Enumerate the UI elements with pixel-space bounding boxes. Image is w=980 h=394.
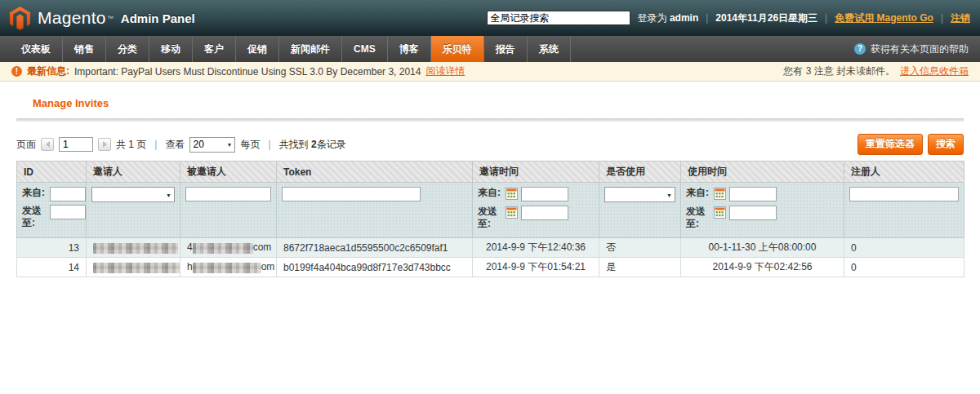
column-header-invited-time[interactable]: 邀请时间	[473, 162, 599, 183]
filter-inviter-select-wrap	[91, 187, 175, 202]
calendar-icon[interactable]	[714, 188, 726, 202]
admin-panel-label: Admin Panel	[121, 11, 195, 25]
go-to-inbox-link[interactable]: 进入信息收件箱	[900, 64, 969, 78]
page-number-input[interactable]	[59, 137, 93, 152]
previous-arrow-icon	[42, 141, 50, 148]
from-label: 来自:	[22, 187, 47, 199]
logged-in-as: 登录为 admin	[638, 11, 699, 25]
search-button[interactable]: 搜索	[928, 134, 964, 155]
separator: |	[825, 12, 827, 24]
filter-cell-used-time: 来自: 发送至:	[681, 183, 844, 238]
notice-message-text: Important: PayPal Users Must Discontinue…	[74, 66, 421, 77]
nav-item-promotions[interactable]: 促销	[236, 36, 279, 62]
cell-invited-time: 2014-9-9 下午12:40:36	[473, 238, 599, 258]
filter-used-select[interactable]	[604, 187, 675, 202]
filter-used-to-input[interactable]	[729, 206, 777, 220]
magento-logo-icon	[10, 7, 30, 30]
records-found-text: 共找到 2条记录	[279, 138, 346, 152]
cell-id: 14	[17, 258, 87, 277]
invitee-suffix: om	[261, 261, 275, 272]
filter-cell-registrant	[844, 183, 964, 238]
filter-registrant-input[interactable]	[849, 187, 959, 201]
invites-grid: ID 邀请人 被邀请人 Token 邀请时间 是否使用 使用时间 注册人 来自:…	[16, 161, 964, 277]
page-help-link[interactable]: ? 获得有关本页面的帮助	[854, 36, 980, 62]
cell-used: 是	[599, 258, 681, 277]
nav-item-lebeite-active[interactable]: 乐贝特	[431, 36, 484, 62]
cell-token: 8672f718aeca1d5595500c2c6509faf1	[277, 238, 473, 258]
filter-token-input[interactable]	[282, 187, 421, 201]
records-count: 2	[311, 139, 317, 150]
filter-cell-invitee	[180, 183, 277, 238]
calendar-icon[interactable]	[506, 206, 518, 221]
trademark-symbol: ™	[107, 15, 114, 22]
column-header-used[interactable]: 是否使用	[599, 162, 681, 183]
invitee-prefix: 4	[187, 241, 193, 253]
nav-item-customers[interactable]: 客户	[193, 36, 236, 62]
logout-link[interactable]: 注销	[951, 11, 970, 25]
read-details-link[interactable]: 阅读详情	[425, 64, 465, 78]
nav-item-catalog[interactable]: 分类	[106, 36, 149, 62]
reset-filter-button[interactable]: 重置筛选器	[858, 134, 923, 155]
nav-item-reports[interactable]: 报告	[484, 36, 528, 62]
to-label: 发送至:	[686, 206, 710, 230]
censored-text-block	[193, 263, 261, 273]
per-page-select-wrap: 20	[189, 137, 235, 153]
per-page-select[interactable]: 20	[189, 137, 235, 153]
help-icon[interactable]: ?	[854, 43, 866, 55]
column-header-inviter[interactable]: 邀请人	[87, 162, 180, 183]
table-row[interactable]: 14 hom b0199f4a404bca99d8f717e3d743bbcc …	[17, 258, 964, 277]
filter-invited-from-input[interactable]	[521, 187, 568, 201]
cell-used-time: 2014-9-9 下午02:42:56	[681, 258, 844, 277]
nav-item-mobile[interactable]: 移动	[149, 36, 193, 62]
filter-invited-to-input[interactable]	[521, 206, 568, 220]
filter-id-from-input[interactable]	[50, 187, 86, 201]
username: admin	[670, 12, 698, 24]
magento-go-trial-link[interactable]: 免费试用 Magento Go	[835, 11, 933, 25]
cell-inviter-masked	[87, 258, 180, 277]
global-search-input[interactable]	[487, 11, 630, 25]
table-row[interactable]: 13 4com 8672f718aeca1d5595500c2c6509faf1…	[17, 238, 964, 258]
column-header-registrant[interactable]: 注册人	[844, 162, 964, 183]
cell-inviter-masked	[87, 238, 180, 258]
cell-used-time: 00-1-11-30 上午08:00:00	[681, 238, 844, 258]
page-label: 页面	[16, 138, 36, 152]
filter-inviter-select[interactable]	[91, 187, 175, 202]
calendar-icon[interactable]	[714, 206, 726, 221]
next-page-button[interactable]	[98, 138, 111, 151]
nav-item-newsletter[interactable]: 新闻邮件	[279, 36, 342, 62]
filter-invitee-input[interactable]	[185, 187, 271, 201]
grid-toolbar: 页面 共 1 页 | 查看 20 每页 | 共找到 2条记录 重置筛选器 搜索	[16, 134, 964, 155]
page-title: Manage Invites	[33, 97, 964, 109]
filter-id-to-input[interactable]	[50, 205, 86, 219]
filter-used-from-input[interactable]	[729, 187, 777, 201]
censored-text-block	[193, 243, 253, 254]
nav-item-blog[interactable]: 博客	[388, 36, 431, 62]
nav-item-sales[interactable]: 销售	[63, 36, 106, 62]
magento-logo: Magento ™ Admin Panel	[10, 7, 195, 30]
column-header-id[interactable]: ID	[17, 162, 87, 183]
toolbar-buttons: 重置筛选器 搜索	[858, 134, 964, 155]
column-header-invitee[interactable]: 被邀请人	[180, 162, 277, 183]
records-prefix: 共找到	[279, 139, 309, 150]
cell-id: 13	[17, 238, 87, 258]
from-label: 来自:	[478, 187, 502, 199]
nav-item-dashboard[interactable]: 仪表板	[10, 36, 63, 62]
per-page-suffix: 每页	[240, 138, 260, 152]
calendar-icon[interactable]	[506, 188, 518, 202]
separator: |	[941, 12, 943, 24]
invitee-suffix: com	[253, 241, 272, 253]
nav-item-cms[interactable]: CMS	[342, 36, 388, 62]
cell-registrant: 0	[844, 258, 964, 277]
from-label: 来自:	[686, 187, 710, 199]
logged-in-label: 登录为	[638, 12, 667, 24]
column-header-used-time[interactable]: 使用时间	[681, 162, 844, 183]
alert-icon: !	[11, 66, 22, 77]
column-header-token[interactable]: Token	[277, 162, 473, 183]
filter-cell-token	[277, 183, 473, 238]
latest-message-bar: ! 最新信息: Important: PayPal Users Must Dis…	[0, 62, 980, 82]
filter-cell-inviter	[87, 183, 180, 238]
previous-page-button[interactable]	[41, 138, 54, 151]
nav-item-system[interactable]: 系统	[528, 36, 571, 62]
censored-text-block	[93, 243, 178, 254]
filter-cell-used	[599, 183, 681, 238]
